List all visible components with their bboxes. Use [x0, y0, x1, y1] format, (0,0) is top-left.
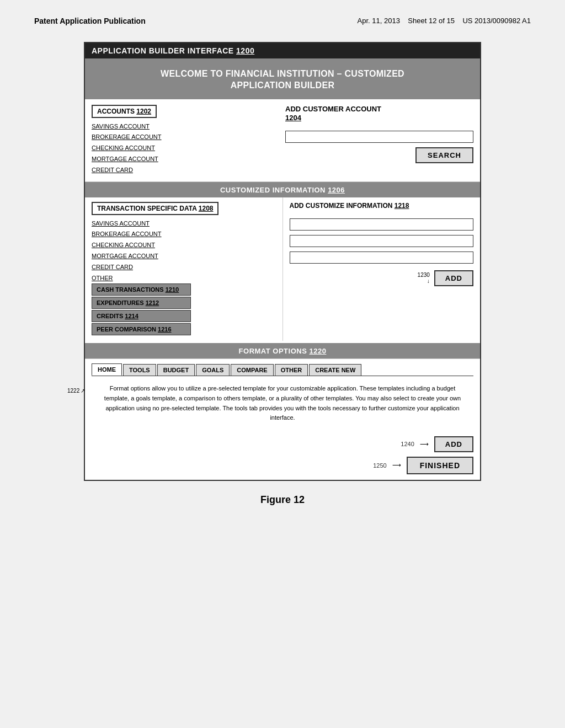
- format-options-text: FORMAT OPTIONS 1220: [239, 347, 327, 355]
- list-item: SAVINGS ACCOUNT: [92, 218, 276, 229]
- add2-arrow-icon: ⟶: [420, 441, 429, 448]
- add-customer-number: 1204: [285, 114, 301, 122]
- list-item: MORTGAGE ACCOUNT: [92, 251, 276, 262]
- list-item: CHECKING ACCOUNT: [92, 143, 280, 154]
- credits-button[interactable]: CREDITS 1214: [92, 310, 191, 322]
- arrow-right-icon: ↗: [81, 388, 85, 394]
- search-button[interactable]: SEARCH: [415, 147, 473, 163]
- welcome-section: WELCOME TO FINANCIAL INSTITUTION – CUSTO…: [85, 58, 480, 99]
- tab-other[interactable]: OTHER: [275, 364, 308, 376]
- tab-goals[interactable]: GOALS: [196, 364, 230, 376]
- patent-header: Patent Application Publication Apr. 11, …: [34, 11, 531, 42]
- add-customize-label: ADD CUSTOMIZE INFORMATION 1218: [290, 202, 474, 210]
- format-content: Format options allow you to utilize a pr…: [92, 376, 473, 430]
- tab-compare[interactable]: COMPARE: [231, 364, 273, 376]
- finished-arrow-icon: ⟶: [392, 462, 401, 469]
- accounts-number: 1202: [136, 108, 151, 115]
- format-section: 1222 ↗ HOME TOOLS BUDGET GOALS COMPARE O…: [85, 358, 480, 430]
- patent-title: Patent Application Publication: [34, 17, 146, 25]
- list-item: CHECKING ACCOUNT: [92, 240, 276, 251]
- tab-home[interactable]: HOME: [92, 363, 122, 376]
- figure-caption: Figure 12: [260, 494, 305, 506]
- accounts-list: SAVINGS ACCOUNT BROKERAGE ACCOUNT CHECKI…: [92, 121, 280, 176]
- accounts-right: ADD CUSTOMER ACCOUNT 1204 SEARCH: [285, 105, 473, 176]
- peer-comparison-button[interactable]: PEER COMPARISON 1216: [92, 323, 191, 335]
- add-ref-number: 1230 ↓: [290, 272, 430, 284]
- add2-ref-number: 1240: [401, 441, 414, 447]
- finished-action-row: 1250 ⟶ FINISHED: [373, 457, 473, 474]
- customize-input-3[interactable]: [290, 251, 474, 264]
- outer-wrapper: APPLICATION BUILDER INTERFACE 1200 WELCO…: [84, 42, 481, 481]
- app-title-text: APPLICATION BUILDER INTERFACE: [92, 46, 236, 55]
- app-title-bar: APPLICATION BUILDER INTERFACE 1200: [85, 43, 480, 58]
- transaction-label-box: TRANSACTION SPECIFIC DATA 1208: [92, 202, 218, 215]
- accounts-left: ACCOUNTS 1202 SAVINGS ACCOUNT BROKERAGE …: [92, 105, 280, 176]
- transaction-label-text: TRANSACTION SPECIFIC DATA: [97, 205, 199, 212]
- list-item: OTHER: [92, 273, 276, 284]
- accounts-label-text: ACCOUNTS: [97, 108, 136, 115]
- list-item: BROKERAGE ACCOUNT: [92, 229, 276, 240]
- finished-ref-number: 1250: [373, 462, 386, 469]
- format-ref-arrow: 1222 ↗: [67, 388, 85, 394]
- tab-create-new[interactable]: CREATE NEW: [309, 364, 361, 376]
- accounts-label-box: ACCOUNTS 1202: [92, 105, 157, 118]
- transaction-number: 1208: [199, 205, 214, 212]
- app-title-number: 1200: [236, 46, 254, 55]
- customize-input-1[interactable]: [290, 218, 474, 231]
- customized-info-bar: CUSTOMIZED INFORMATION 1206: [85, 182, 480, 197]
- tab-tools[interactable]: TOOLS: [123, 364, 156, 376]
- accounts-section: ACCOUNTS 1202 SAVINGS ACCOUNT BROKERAGE …: [85, 99, 480, 182]
- main-container: APPLICATION BUILDER INTERFACE 1200 WELCO…: [84, 42, 481, 481]
- expenditures-button[interactable]: EXPENDITURES 1212: [92, 297, 191, 309]
- add2-button[interactable]: ADD: [434, 436, 473, 452]
- welcome-text: WELCOME TO FINANCIAL INSTITUTION – CUSTO…: [96, 68, 469, 92]
- list-item: MORTGAGE ACCOUNT: [92, 154, 280, 165]
- list-item: CREDIT CARD: [92, 165, 280, 176]
- add-customer-input[interactable]: [285, 131, 473, 143]
- list-item: CREDIT CARD: [92, 262, 276, 273]
- tabs-row: HOME TOOLS BUDGET GOALS COMPARE OTHER CR…: [85, 359, 480, 376]
- tab-budget[interactable]: BUDGET: [157, 364, 195, 376]
- transaction-section: TRANSACTION SPECIFIC DATA 1208 SAVINGS A…: [85, 197, 480, 341]
- format-ref-number: 1222: [67, 388, 79, 394]
- list-item: SAVINGS ACCOUNT: [92, 121, 280, 132]
- add-customer-label: ADD CUSTOMER ACCOUNT 1204: [285, 105, 473, 124]
- transaction-list: SAVINGS ACCOUNT BROKERAGE ACCOUNT CHECKI…: [92, 218, 276, 284]
- bottom-actions: 1240 ⟶ ADD 1250 ⟶ FINISHED: [85, 431, 480, 480]
- add-customer-text: ADD CUSTOMER ACCOUNT: [285, 105, 381, 113]
- add2-action-row: 1240 ⟶ ADD: [401, 436, 473, 452]
- transaction-right: ADD CUSTOMIZE INFORMATION 1218 1230 ↓ AD…: [283, 197, 481, 341]
- format-options-bar: FORMAT OPTIONS 1220: [85, 343, 480, 358]
- customize-input-2[interactable]: [290, 235, 474, 247]
- add-row: 1230 ↓ ADD: [290, 270, 474, 286]
- finished-button[interactable]: FINISHED: [407, 457, 473, 474]
- list-item: BROKERAGE ACCOUNT: [92, 132, 280, 143]
- cash-transactions-button[interactable]: CASH TRANSACTIONS 1210: [92, 283, 191, 296]
- transaction-left: TRANSACTION SPECIFIC DATA 1208 SAVINGS A…: [85, 197, 283, 341]
- patent-meta: Apr. 11, 2013 Sheet 12 of 15 US 2013/009…: [358, 17, 531, 25]
- customized-info-text: CUSTOMIZED INFORMATION 1206: [220, 186, 345, 194]
- add-button[interactable]: ADD: [434, 270, 473, 286]
